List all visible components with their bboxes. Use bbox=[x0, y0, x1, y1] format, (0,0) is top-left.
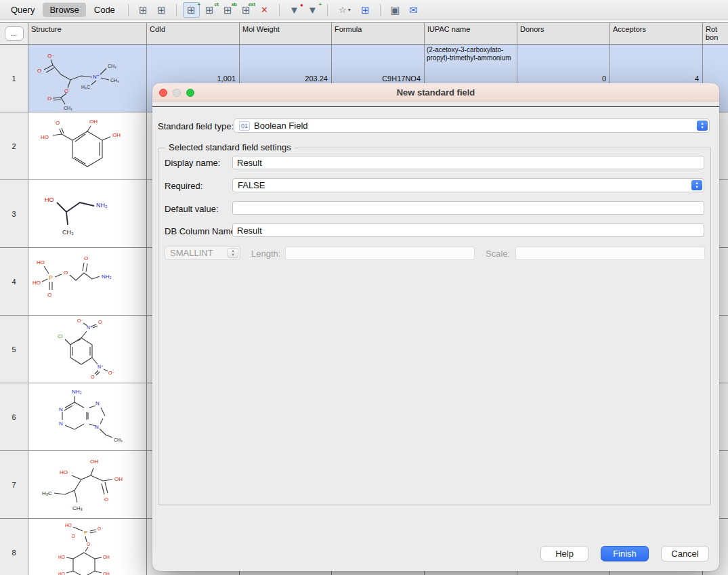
svg-text:O⁻: O⁻ bbox=[77, 318, 83, 323]
svg-text:CH₃: CH₃ bbox=[64, 106, 72, 110]
message-icon[interactable]: ✉ bbox=[405, 2, 422, 18]
svg-text:O: O bbox=[87, 542, 90, 547]
svg-text:HO: HO bbox=[37, 259, 45, 265]
windows-icon[interactable]: ▣ bbox=[387, 2, 404, 18]
add-field-xb-icon[interactable]: ⊞xb bbox=[219, 2, 236, 18]
display-name-input[interactable] bbox=[232, 156, 704, 169]
column-header-molweight[interactable]: Mol Weight bbox=[240, 22, 332, 45]
svg-text:H₃C: H₃C bbox=[42, 490, 52, 496]
svg-text:O: O bbox=[72, 534, 75, 538]
svg-text:N: N bbox=[59, 406, 63, 412]
structure-cell[interactable]: O⁻ O N⁺ CH₃ CH₃ H₃C O O CH₃ bbox=[28, 45, 147, 112]
column-header-structure[interactable]: Structure bbox=[28, 22, 147, 45]
column-header-rotbonds[interactable]: Rot bon bbox=[703, 22, 728, 45]
svg-text:O: O bbox=[64, 88, 68, 94]
main-toolbar: Query Browse Code ⊞ ⊞ ⊞+ ⊞ct ⊞xb ⊞ext ✕ … bbox=[0, 0, 728, 20]
toolbar-separator bbox=[279, 4, 280, 16]
dialog-divider bbox=[152, 106, 719, 107]
filter-add-icon[interactable]: ▼+ bbox=[304, 2, 321, 18]
svg-text:HO: HO bbox=[58, 572, 65, 575]
structure-cell[interactable]: NH₂ N N N N CH₃ bbox=[28, 383, 147, 451]
svg-text:O: O bbox=[47, 95, 51, 102]
dropdown-stepper-icon: ▲▼ bbox=[691, 180, 702, 190]
svg-text:O: O bbox=[104, 496, 108, 503]
scale-label: Scale: bbox=[486, 249, 510, 259]
svg-text:HO: HO bbox=[41, 134, 49, 140]
row-number[interactable]: 5 bbox=[0, 316, 28, 383]
dialog-titlebar[interactable]: New standard field bbox=[152, 83, 719, 102]
svg-text:HO: HO bbox=[60, 469, 68, 475]
svg-text:CH₃: CH₃ bbox=[62, 229, 74, 236]
form-view-icon[interactable]: ⊞ bbox=[135, 2, 152, 18]
column-header-formula[interactable]: Formula bbox=[332, 22, 425, 45]
svg-text:O: O bbox=[37, 68, 41, 74]
molecule-structure: Cl O⁻ N⁺ O N⁺ O⁻ O bbox=[30, 317, 145, 382]
favorites-icon[interactable]: ☆▾ bbox=[334, 2, 356, 18]
tab-code[interactable]: Code bbox=[87, 3, 122, 17]
zoom-button[interactable] bbox=[186, 89, 194, 97]
molecule-structure: OH HO OH H₃C CH₃ O bbox=[30, 452, 145, 517]
close-button[interactable] bbox=[159, 89, 167, 97]
svg-text:OH: OH bbox=[89, 119, 98, 125]
row-number[interactable]: 4 bbox=[0, 248, 28, 316]
row-number[interactable]: 6 bbox=[0, 383, 28, 451]
add-field-icon[interactable]: ⊞+ bbox=[183, 2, 200, 18]
column-header-iupac[interactable]: IUPAC name bbox=[425, 22, 517, 45]
grid-options-button[interactable]: ... bbox=[5, 26, 24, 41]
column-header-cdid[interactable]: CdId bbox=[147, 22, 240, 45]
molecule-structure: HO NH₂ CH₃ bbox=[30, 182, 145, 247]
finish-button[interactable]: Finish bbox=[601, 546, 649, 561]
molecule-structure: O HO OH OH bbox=[30, 114, 145, 179]
display-name-label: Display name: bbox=[165, 158, 220, 168]
svg-text:OH: OH bbox=[114, 476, 123, 482]
required-select[interactable]: FALSE ▲▼ bbox=[232, 178, 704, 192]
grid-view-icon[interactable]: ⊞ bbox=[153, 2, 170, 18]
structure-cell[interactable]: HO P O O O HO OH HO OH bbox=[28, 519, 147, 575]
add-field-ct-icon[interactable]: ⊞ct bbox=[201, 2, 218, 18]
molecule-structure: HO P O O O HO OH HO OH bbox=[30, 520, 145, 575]
default-value-label: Default value: bbox=[165, 204, 219, 214]
svg-text:NH₂: NH₂ bbox=[72, 389, 82, 395]
row-number[interactable]: 7 bbox=[0, 451, 28, 519]
svg-text:CH₃: CH₃ bbox=[108, 64, 116, 68]
remove-field-icon[interactable]: ✕ bbox=[256, 2, 273, 18]
molecule-structure: HO HO O P O O NH₂ bbox=[30, 249, 145, 314]
structure-cell[interactable]: HO HO O P O O NH₂ bbox=[28, 248, 147, 316]
svg-text:N: N bbox=[95, 424, 99, 430]
svg-text:N⁺: N⁺ bbox=[93, 74, 100, 80]
svg-text:OH: OH bbox=[103, 572, 110, 575]
structure-cell[interactable]: O HO OH OH bbox=[28, 112, 147, 180]
dialog-title: New standard field bbox=[397, 87, 475, 98]
minimize-button bbox=[173, 89, 181, 97]
db-column-input[interactable] bbox=[232, 223, 704, 237]
field-type-select[interactable]: 01 Boolean Field ▲▼ bbox=[234, 119, 710, 133]
row-number[interactable]: 1 bbox=[0, 45, 28, 112]
structure-cell[interactable]: OH HO OH H₃C CH₃ O bbox=[28, 451, 147, 519]
column-header-acceptors[interactable]: Acceptors bbox=[610, 22, 703, 45]
help-button[interactable]: Help bbox=[540, 546, 588, 561]
filter-icon[interactable]: ▼● bbox=[286, 2, 303, 18]
tab-query[interactable]: Query bbox=[4, 3, 41, 17]
add-field-ext-icon[interactable]: ⊞ext bbox=[238, 2, 255, 18]
column-header-donors[interactable]: Donors bbox=[517, 22, 610, 45]
tab-browse[interactable]: Browse bbox=[43, 3, 85, 17]
svg-text:HO: HO bbox=[33, 280, 41, 286]
svg-text:O⁻: O⁻ bbox=[47, 53, 54, 59]
length-label: Length: bbox=[251, 249, 280, 259]
structure-cell[interactable]: HO NH₂ CH₃ bbox=[28, 180, 147, 248]
default-value-input[interactable] bbox=[232, 201, 704, 215]
svg-text:OH: OH bbox=[90, 459, 98, 465]
molecule-structure: NH₂ N N N N CH₃ bbox=[30, 385, 145, 450]
toolbar-separator bbox=[327, 4, 328, 16]
grid-search-icon[interactable]: ⊞ bbox=[357, 2, 374, 18]
cancel-button[interactable]: Cancel bbox=[661, 546, 709, 561]
row-number[interactable]: 3 bbox=[0, 180, 28, 248]
row-number[interactable]: 8 bbox=[0, 519, 28, 575]
scale-input bbox=[515, 247, 705, 260]
svg-text:CH₃: CH₃ bbox=[114, 438, 123, 442]
structure-cell[interactable]: Cl O⁻ N⁺ O N⁺ O⁻ O bbox=[28, 316, 147, 383]
svg-text:OH: OH bbox=[112, 132, 121, 138]
svg-text:NH₂: NH₂ bbox=[96, 202, 108, 209]
svg-text:N: N bbox=[95, 400, 100, 406]
row-number[interactable]: 2 bbox=[0, 112, 28, 180]
